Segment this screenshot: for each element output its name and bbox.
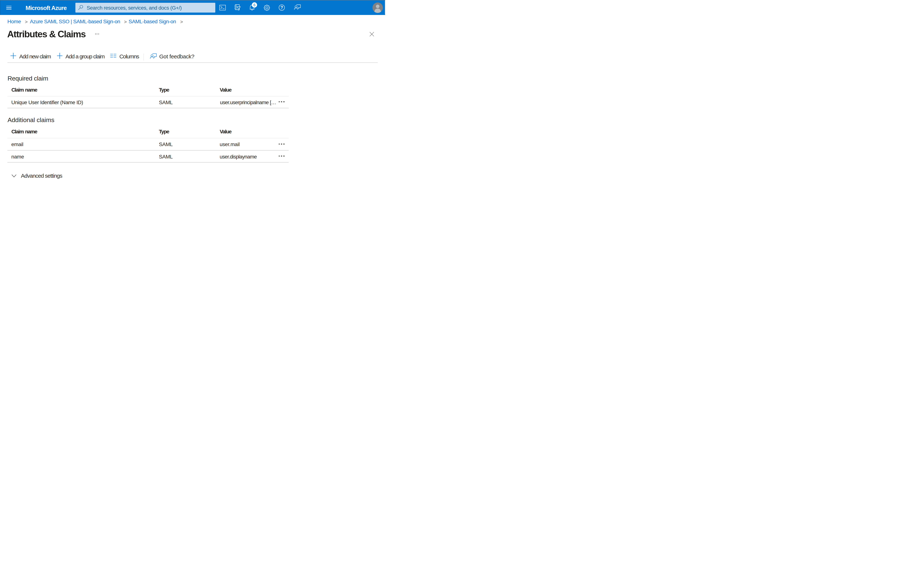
svg-text:?: ? (280, 5, 283, 10)
svg-text:6: 6 (253, 3, 256, 7)
